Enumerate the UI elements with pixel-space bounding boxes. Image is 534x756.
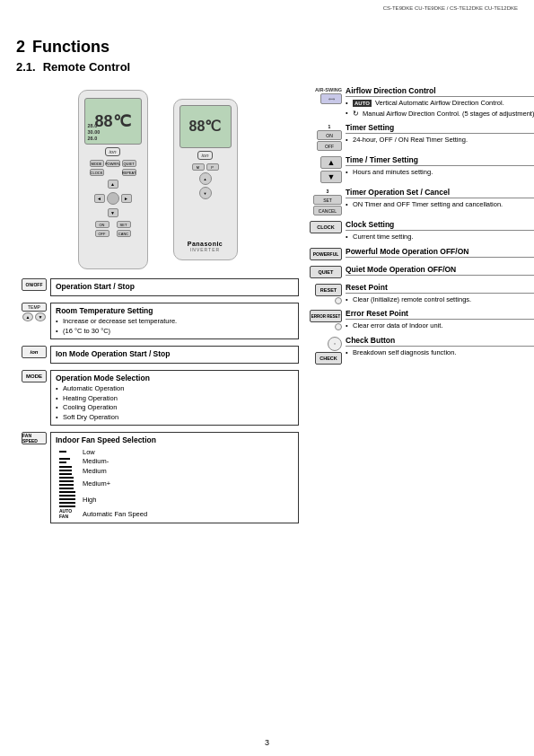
ann-title-fan: Indoor Fan Speed Selection bbox=[56, 435, 293, 444]
quiet-icon-box: QUIET bbox=[310, 266, 342, 278]
arr-up[interactable]: ▲ bbox=[108, 180, 118, 189]
set-btn[interactable]: SET bbox=[117, 221, 131, 228]
check-icon-group: ○ CHECK bbox=[315, 337, 342, 365]
cancel-btn-right[interactable]: CANCEL bbox=[313, 206, 342, 215]
error-reset-icon-box: ERROR RESET bbox=[310, 310, 342, 322]
fan-bar-mm-2 bbox=[59, 462, 66, 463]
right-icon-time-timer: ▲ ▼ bbox=[306, 155, 346, 183]
right-item-clock: CLOCK Clock Setting Current time setting… bbox=[306, 220, 534, 242]
right-icon-timer-set-cancel: 3 SET CANCEL bbox=[306, 188, 346, 215]
icon-box-start-stop: ON/OFF bbox=[22, 278, 47, 291]
right-bullet-tsc-1: ON Timer and OFF Timer setting and cance… bbox=[346, 200, 534, 210]
right-icon-timer: 1 ON OFF bbox=[306, 123, 346, 151]
ann-bullet-mode-1: Automatic Operation bbox=[56, 384, 293, 394]
icon-box-mode: MODE bbox=[22, 370, 47, 382]
ann-icon-temp: TEMP ▲ ▼ bbox=[16, 303, 50, 321]
on-btn[interactable]: ON bbox=[95, 221, 109, 228]
arr-down[interactable]: ▼ bbox=[108, 208, 118, 217]
remote-control-1: 88℃ 28.030.0026.0 ion MODE POWRFL QUIET … bbox=[78, 90, 148, 269]
btn-row-1: MODE POWRFL QUIET bbox=[90, 160, 136, 167]
round-btn-2b[interactable]: ▼ bbox=[199, 187, 212, 199]
right-content-airflow: Airflow Direction Control AUTO Vertical … bbox=[346, 86, 534, 119]
set-btn-right[interactable]: SET bbox=[313, 195, 342, 205]
right-content-timer: Timer Setting 24-hour, OFF / ON Real Tim… bbox=[346, 123, 534, 145]
right-item-error-reset: ERROR RESET Error Reset Point Clear erro… bbox=[306, 309, 534, 331]
annotation-temp: TEMP ▲ ▼ Room Temperature Setting Increa… bbox=[16, 303, 299, 339]
btn-row-2c: ▼ bbox=[199, 187, 212, 199]
repeat-btn[interactable]: REPEAT bbox=[122, 169, 136, 176]
fan-label-low: Low bbox=[83, 448, 95, 456]
panasonic-logo: Panasonic bbox=[174, 241, 237, 247]
header-model: CS-TE9DKE CU-TE9DKE / CS-TE12DKE CU-TE12… bbox=[383, 5, 518, 11]
error-reset-dot bbox=[335, 323, 342, 330]
arrow-icon: ↻ bbox=[353, 109, 359, 119]
fan-icon-low bbox=[59, 451, 81, 453]
right-item-reset: RESET Reset Point Clear (Initialize) rem… bbox=[306, 283, 534, 305]
right-item-time-timer: ▲ ▼ Time / Timer Setting Hours and minut… bbox=[306, 155, 534, 183]
fan-label-medium: Medium bbox=[83, 467, 107, 475]
right-item-timer: 1 ON OFF Timer Setting 24-hour, OFF / ON… bbox=[306, 123, 534, 151]
right-title-quiet: Quiet Mode Operation OFF/ON bbox=[346, 265, 534, 276]
right-title-clock: Clock Setting bbox=[346, 220, 534, 231]
on-timer-btn[interactable]: ON bbox=[317, 130, 342, 140]
fan-bar-h-2 bbox=[59, 495, 75, 497]
ann-bullet-temp-1: Increase or decrease set temperature. bbox=[56, 317, 293, 327]
off-timer-btn[interactable]: OFF bbox=[317, 141, 342, 151]
main-content: 88℃ 28.030.0026.0 ion MODE POWRFL QUIET … bbox=[16, 86, 518, 530]
fan-speed-low: Low bbox=[59, 448, 293, 456]
time-timer-icons: ▲ ▼ bbox=[320, 156, 342, 183]
ion-badge-1: ion bbox=[105, 147, 119, 156]
remote-control-2: 88℃ ion M P ▲ ▼ bbox=[173, 99, 238, 260]
btn-row-4: OFF CANC bbox=[95, 230, 131, 237]
arr-right[interactable]: ► bbox=[121, 194, 132, 203]
reset-point-dot bbox=[335, 297, 342, 304]
off-btn[interactable]: OFF bbox=[95, 230, 109, 237]
error-reset-icon-group: ERROR RESET bbox=[310, 310, 342, 330]
fan-label-medium-minus: Medium- bbox=[83, 457, 109, 465]
round-btn-2[interactable]: ▲ bbox=[199, 172, 212, 185]
auto-badge: AUTO bbox=[353, 100, 372, 107]
fan-speed-medium: Medium bbox=[59, 466, 293, 476]
clock-btn[interactable]: CLOCK bbox=[90, 169, 104, 176]
right-item-airflow: AIR-SWING ⟺ Airflow Direction Control AU… bbox=[306, 86, 534, 119]
pow-btn-2[interactable]: P bbox=[206, 163, 219, 171]
canc-btn[interactable]: CANC bbox=[117, 230, 131, 237]
right-bullet-airflow-1: AUTO Vertical Automatic Airflow Directio… bbox=[346, 99, 534, 109]
down-arrow-btn[interactable]: ▼ bbox=[320, 171, 342, 183]
right-item-quiet: QUIET Quiet Mode Operation OFF/ON bbox=[306, 265, 534, 278]
right-icon-check: ○ CHECK bbox=[306, 336, 346, 365]
ann-bullet-temp-2: (16 °C to 30 °C) bbox=[56, 327, 293, 337]
up-arrow-btn[interactable]: ▲ bbox=[320, 156, 342, 169]
right-bullets-time-timer: Hours and minutes setting. bbox=[346, 168, 534, 178]
buttons-area-1: MODE POWRFL QUIET CLOCK REPEAT ▲ ▼ bbox=[84, 160, 142, 237]
right-title-time-timer: Time / Timer Setting bbox=[346, 155, 534, 166]
btn-row-2b: ▲ bbox=[199, 172, 212, 185]
check-icon-box: CHECK bbox=[315, 352, 342, 365]
right-content-clock: Clock Setting Current time setting. bbox=[346, 220, 534, 242]
section-title: Remote Control bbox=[43, 60, 131, 74]
center-btn[interactable] bbox=[107, 192, 119, 205]
right-column: AIR-SWING ⟺ Airflow Direction Control AU… bbox=[299, 86, 534, 530]
buttons-area-2: M P ▲ ▼ bbox=[177, 163, 234, 199]
mode-btn-2[interactable]: M bbox=[192, 163, 205, 171]
set-num-label: 3 bbox=[327, 189, 329, 194]
fan-bar-h-5 bbox=[59, 505, 75, 507]
ann-content-ion: Ion Mode Operation Start / Stop bbox=[50, 346, 299, 364]
mode-btn[interactable]: MODE bbox=[90, 160, 104, 167]
quiet-btn[interactable]: QUIET bbox=[122, 160, 136, 167]
fan-icon-medium-minus bbox=[59, 458, 81, 464]
powrfl-btn[interactable]: POWRFL bbox=[106, 160, 120, 167]
fan-bar-m-3 bbox=[59, 473, 72, 475]
arr-left[interactable]: ◄ bbox=[94, 194, 105, 203]
reset-icon-group: RESET bbox=[315, 284, 342, 304]
right-content-timer-set-cancel: Timer Operation Set / Cancel ON Timer an… bbox=[346, 188, 534, 210]
ann-bullets-mode: Automatic Operation Heating Operation Co… bbox=[56, 384, 293, 422]
fan-bar-h-3 bbox=[59, 498, 75, 500]
right-title-timer: Timer Setting bbox=[346, 123, 534, 134]
right-content-powerful: Powerful Mode Operation OFF/ON bbox=[346, 247, 534, 259]
right-content-time-timer: Time / Timer Setting Hours and minutes s… bbox=[346, 155, 534, 178]
right-bullet-airflow-2: ↻ Manual Airflow Direction Control. (5 s… bbox=[346, 109, 534, 119]
ann-bullet-mode-3: Cooling Operation bbox=[56, 403, 293, 413]
right-icon-error-reset: ERROR RESET bbox=[306, 309, 346, 330]
fan-label-medium-plus: Medium+ bbox=[83, 479, 110, 488]
